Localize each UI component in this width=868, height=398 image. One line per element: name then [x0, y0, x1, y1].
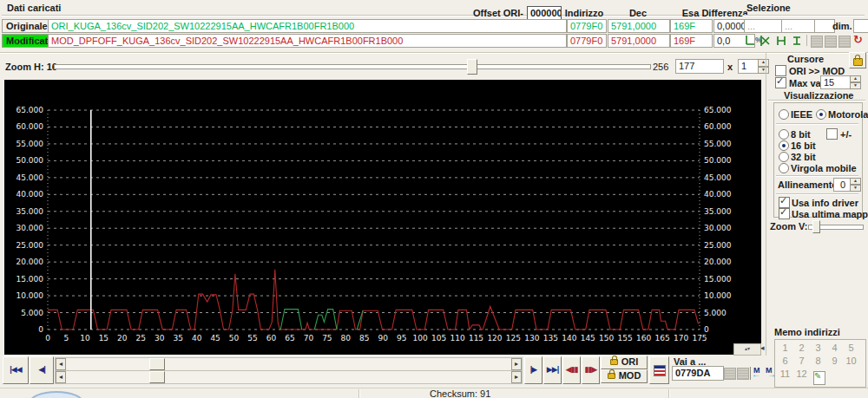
logo-ellipse: [29, 391, 84, 398]
svg-text:55.000: 55.000: [16, 140, 44, 148]
max-var-spinner[interactable]: ▲▼: [850, 75, 861, 89]
svg-text:55.000: 55.000: [704, 140, 732, 148]
modificato-indirizzo[interactable]: 0779F0: [567, 34, 607, 48]
flag-button[interactable]: [649, 356, 669, 384]
svg-text:70: 70: [304, 334, 314, 343]
motorola-radio[interactable]: [816, 109, 826, 120]
bit32-radio[interactable]: [779, 152, 789, 162]
memo-slot[interactable]: 3: [810, 342, 826, 355]
plusminus-checkbox[interactable]: [826, 128, 838, 140]
spinner-up-icon[interactable]: ▲: [850, 75, 861, 82]
go-first-button[interactable]: |◀◀: [3, 356, 29, 384]
cursore-title: Cursore: [787, 55, 824, 64]
select-height-icon[interactable]: [791, 35, 803, 47]
scrollbar-mod[interactable]: ◂ ▸: [55, 370, 523, 384]
bit8-radio[interactable]: [779, 129, 789, 140]
svg-text:95: 95: [397, 334, 406, 343]
step-forward-button[interactable]: |▶: [524, 356, 542, 384]
scrollbar-ori-thumb[interactable]: [149, 358, 165, 370]
next-difference-button[interactable]: ▮▮▶: [582, 356, 600, 384]
svg-text:25: 25: [136, 334, 146, 343]
step-back-button[interactable]: ◀|: [30, 356, 54, 384]
usa-ultima-mappa-checkbox[interactable]: [779, 208, 790, 219]
originale-esa[interactable]: 169F: [670, 19, 713, 33]
originale-indirizzo[interactable]: 0779F0: [567, 19, 607, 33]
apply-selection-icon[interactable]: [838, 36, 851, 48]
spinner-down-icon[interactable]: ▼: [850, 82, 861, 89]
goto-ori-icon[interactable]: [724, 368, 736, 380]
memo-slot[interactable]: 8: [810, 355, 826, 368]
max-var-checkbox[interactable]: [775, 77, 786, 88]
ori-button-label: ORI: [621, 356, 639, 367]
motorola-label: Motorola: [828, 110, 868, 120]
memo-slot[interactable]: 7: [793, 355, 810, 368]
chart-corner-scrollbar[interactable]: ▴▾: [733, 343, 761, 356]
originale-filename[interactable]: ORI_KUGA_136cv_SID202_SW10222915AA_HWCAF…: [48, 19, 567, 33]
memo-slot[interactable]: 1: [777, 342, 793, 355]
scroll-right-icon[interactable]: ▸: [511, 371, 522, 383]
cursor-lock-button[interactable]: [849, 52, 866, 69]
scrollbar-mod-thumb[interactable]: [149, 371, 165, 383]
scroll-left-icon[interactable]: ◂: [56, 371, 66, 383]
zoom-h-visible-field[interactable]: 177: [675, 59, 724, 74]
scroll-right-icon[interactable]: ▸: [511, 358, 522, 370]
panel-collapse-arrow[interactable]: ◂: [760, 343, 765, 352]
zoom-h-times-label: x: [727, 62, 733, 72]
offset-ori-mod-value[interactable]: 000000: [527, 6, 562, 20]
scroll-left-icon[interactable]: ◂: [56, 358, 66, 370]
memo-slot[interactable]: 10: [843, 355, 859, 368]
paste-selection-icon[interactable]: [825, 36, 837, 48]
memo-slot[interactable]: 4: [826, 342, 843, 355]
memo-prev-button[interactable]: M ←: [753, 364, 763, 378]
goto-mod-icon[interactable]: [737, 368, 749, 380]
step-forward-icon: |▶: [530, 365, 536, 374]
svg-text:10.000: 10.000: [16, 291, 44, 300]
select-clear-icon[interactable]: [760, 35, 772, 47]
memo-slot[interactable]: 5: [843, 342, 859, 355]
modificato-filename[interactable]: MOD_DPFOFF_KUGA_136cv_SID202_SW10222915A…: [48, 34, 567, 48]
virgola-mobile-radio[interactable]: [779, 163, 789, 173]
ieee-radio[interactable]: [779, 109, 789, 120]
svg-text:145: 145: [581, 334, 595, 343]
dim-field[interactable]: [853, 19, 868, 33]
memo-next-button[interactable]: M →: [766, 364, 775, 378]
select-width-icon[interactable]: [775, 35, 787, 47]
svg-text:60.000: 60.000: [704, 122, 732, 131]
mod-lock-button[interactable]: MOD: [601, 369, 648, 383]
memo-slot[interactable]: 9: [826, 355, 843, 368]
copy-selection-icon[interactable]: [811, 36, 823, 48]
selection-to-field[interactable]: ...: [781, 19, 817, 33]
prev-difference-button[interactable]: ◀▮▮: [562, 356, 581, 384]
memo-slot[interactable]: 2: [793, 342, 810, 355]
waveform-chart[interactable]: 005.0005.00010.00010.00015.00015.00020.0…: [4, 80, 761, 355]
svg-text:0: 0: [704, 325, 709, 334]
zoom-h-slider-track[interactable]: [54, 64, 651, 69]
memo-edit-icon[interactable]: ✎: [813, 371, 825, 385]
go-last-button[interactable]: ▶▶|: [543, 356, 562, 384]
zoom-h-row: Zoom H: 16 256 177 x 1 ▲▼: [0, 54, 764, 80]
max-var-field[interactable]: 15: [820, 75, 852, 89]
allineamento-spinner[interactable]: ▲▼: [850, 178, 861, 192]
svg-text:0: 0: [38, 325, 43, 334]
select-corner-icon[interactable]: [744, 35, 756, 47]
goto-address-field[interactable]: 0779DA: [672, 366, 724, 381]
svg-text:125: 125: [506, 334, 521, 343]
zoom-h-slider-thumb[interactable]: [467, 59, 477, 75]
memo-slot[interactable]: 11: [777, 368, 793, 381]
scrollbar-ori[interactable]: ◂ ▸: [55, 357, 523, 371]
bit16-radio[interactable]: [779, 140, 789, 151]
memo-slot[interactable]: 12: [793, 368, 810, 381]
zoom-v-slider-thumb[interactable]: [812, 220, 820, 233]
memo-slot[interactable]: 6: [777, 355, 793, 368]
selection-from-field[interactable]: ...: [744, 19, 782, 33]
modificato-dec[interactable]: 5791,0000: [608, 34, 670, 48]
reset-selection-icon[interactable]: ↻: [853, 33, 863, 46]
ori-lock-button[interactable]: ORI: [601, 356, 648, 369]
svg-text:130: 130: [524, 334, 539, 343]
modificato-esa[interactable]: 169F: [670, 34, 713, 48]
spinner-up-icon[interactable]: ▲: [850, 178, 861, 185]
spinner-down-icon[interactable]: ▼: [850, 185, 861, 192]
chart-canvas[interactable]: 005.0005.00010.00010.00015.00015.00020.0…: [4, 80, 761, 355]
modificato-label: Modificato: [2, 34, 52, 48]
originale-dec[interactable]: 5791,0000: [608, 19, 670, 33]
